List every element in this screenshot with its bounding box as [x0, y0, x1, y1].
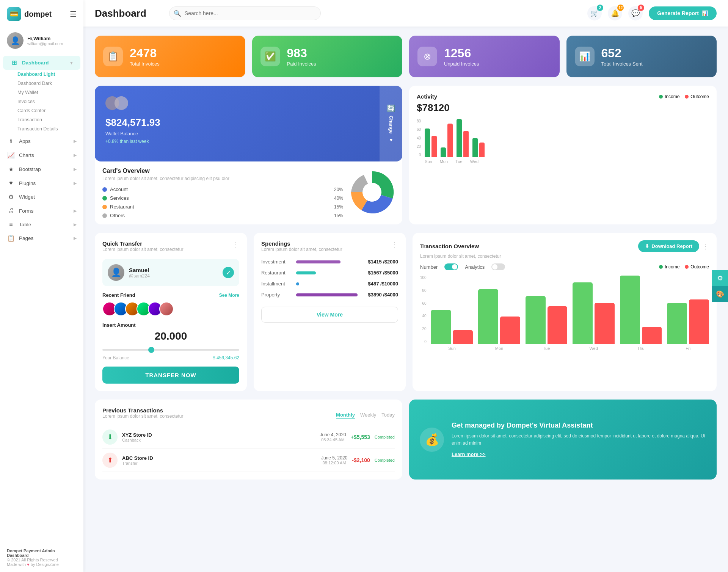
tab-today[interactable]: Today	[381, 412, 395, 419]
recent-label: Recent Friend	[102, 292, 135, 298]
sidebar-item-pages[interactable]: 📋 Pages ▶	[0, 231, 83, 245]
tx-info: XYZ Store ID Cashback	[122, 432, 315, 442]
amount-slider[interactable]	[102, 349, 239, 351]
subnav-my-wallet[interactable]: My Wallet	[0, 88, 83, 97]
user-greeting: Hi,William	[27, 36, 63, 41]
subnav-transaction-details[interactable]: Transaction Details	[0, 124, 83, 133]
number-toggle[interactable]	[444, 263, 458, 270]
virtual-assistant-panel: 💰 Get managed by Dompet's Virtual Assist…	[409, 400, 717, 480]
subnav-transaction[interactable]: Transaction	[0, 115, 83, 124]
chevron-down-icon: ▾	[390, 137, 392, 143]
subnav-cards-center[interactable]: Cards Center	[0, 106, 83, 115]
big-fri-outcome	[689, 299, 709, 344]
sidebar-item-forms[interactable]: 🖨 Forms ▶	[0, 204, 83, 218]
to-outcome-label: Outcome	[690, 264, 709, 270]
pt-title-area: Previous Transactions Lorem ipsum dolor …	[102, 407, 183, 424]
big-bar-sun	[431, 310, 473, 344]
color-float-button[interactable]: 🎨	[712, 286, 728, 302]
subnav-dashboard-dark[interactable]: Dashboard Dark	[0, 79, 83, 88]
change-btn-label: Change	[388, 116, 394, 134]
to-income-label: Income	[665, 264, 679, 270]
generate-report-button[interactable]: Generate Report 📊	[649, 6, 717, 20]
tx-amount-2: -$2,100	[352, 457, 370, 463]
see-more-link[interactable]: See More	[219, 293, 239, 298]
va-desc: Lorem ipsum dolor sit amet, consectetur …	[452, 433, 706, 447]
spending-installment: Installment $487 /$10000	[261, 281, 398, 287]
to-more-button[interactable]: ⋮	[702, 242, 709, 251]
wallet-label: Wallet Balance	[105, 131, 392, 136]
tx-date-area: June 4, 2020 05:34:45 AM	[320, 432, 346, 442]
big-bar-thu	[620, 276, 662, 344]
toggle-row: Number Analytics Income Outcome	[420, 263, 709, 270]
view-more-button[interactable]: View More	[261, 307, 398, 323]
table-row: ⬆ ABC Store ID Transfer June 5, 2020 08:…	[102, 449, 395, 472]
qt-more-button[interactable]: ⋮	[232, 240, 239, 249]
tx-type-2: Transfer	[122, 461, 317, 465]
subnav-invoices[interactable]: Invoices	[0, 97, 83, 106]
avatar-image: 👤	[7, 32, 24, 49]
stat-card-unpaid-invoices: ⊗ 1256 Unpaid Invoices	[409, 36, 560, 77]
bar-tue	[457, 119, 469, 157]
bar-mon	[441, 124, 453, 157]
hi-text: Hi,	[27, 36, 33, 41]
tx-time: 05:34:45 AM	[320, 437, 346, 442]
big-chart-area: 100 80 60 40 20 0	[420, 276, 709, 351]
tab-weekly[interactable]: Weekly	[360, 412, 376, 419]
bar-labels: Sun Mon Tue Wed	[425, 159, 709, 164]
change-button[interactable]: 🔄 Change ▾	[380, 86, 402, 161]
download-label: Download Report	[651, 243, 692, 249]
settings-float-button[interactable]: ⚙	[712, 270, 728, 286]
label-tue: Tue	[455, 159, 463, 164]
qt-header: Quick Transfer Lorem ipsum dolor sit ame…	[102, 240, 239, 257]
friend-6[interactable]	[159, 302, 174, 316]
sidebar-item-table[interactable]: ≡ Table ▶	[0, 218, 83, 231]
cart-button[interactable]: 🛒2	[587, 6, 602, 20]
nav-section-dashboard: ⊞ Dashboard ▼ Dashboard Light Dashboard …	[0, 55, 83, 134]
subnav-dashboard-light[interactable]: Dashboard Light	[0, 70, 83, 79]
legend-account-pct: 20%	[334, 187, 343, 192]
sidebar-item-charts[interactable]: 📈 Charts ▶	[0, 148, 83, 162]
total-invoices-label: Total Invoices	[130, 61, 160, 67]
big-thu-outcome	[642, 327, 662, 344]
header-icons: 🛒2 🔔12 💬5 Generate Report 📊	[587, 6, 717, 20]
big-wed-outcome	[595, 303, 615, 344]
sidebar-item-apps[interactable]: ℹ Apps ▶	[0, 134, 83, 148]
va-title: Get managed by Dompet's Virtual Assistan…	[452, 422, 706, 429]
download-report-button[interactable]: ⬇ Download Report	[638, 240, 699, 252]
sidebar-item-dashboard[interactable]: ⊞ Dashboard ▼	[3, 56, 80, 70]
big-thu-income	[620, 276, 640, 344]
header: Dashboard 🔍 🛒2 🔔12 💬5 Generate Report 📊	[83, 0, 728, 27]
to-legend: Income Outcome	[659, 264, 709, 270]
bar-chart-icon: 📊	[702, 10, 708, 16]
sp-more-button[interactable]: ⋮	[391, 240, 398, 249]
table-arrow-icon: ▶	[74, 222, 77, 227]
tx-info-2: ABC Store ID Transfer	[122, 455, 317, 465]
sidebar-item-widget[interactable]: ⚙ Widget	[0, 190, 83, 204]
sidebar-item-plugins[interactable]: ♥ Plugins ▶	[0, 176, 83, 190]
transfer-now-button[interactable]: TRANSFER NOW	[102, 367, 239, 384]
prev-transactions-panel: Previous Transactions Lorem ipsum dolor …	[95, 400, 402, 480]
activity-card: Activity Income Outcome $78120	[409, 86, 717, 224]
search-input[interactable]	[169, 6, 321, 20]
va-learn-more-link[interactable]: Learn more >>	[452, 451, 486, 457]
property-label: Property	[261, 292, 292, 298]
overview-legend: Account 20% Services 40% Restaurant	[102, 186, 343, 218]
cards-detail: Card's Overview Lorem ipsum dolor sit am…	[95, 161, 402, 224]
recipient-card: 👤 Samuel @sam224 ✓	[102, 259, 239, 286]
sidebar-item-bootstrap[interactable]: ★ Bootstrap ▶	[0, 162, 83, 176]
user-email: william@gmail.com	[27, 41, 63, 46]
tab-monthly[interactable]: Monthly	[336, 412, 355, 419]
chevron-down-icon: ▼	[69, 61, 74, 65]
hamburger-menu[interactable]: ☰	[70, 9, 77, 19]
forms-arrow-icon: ▶	[74, 208, 77, 213]
total-invoices-icon: 📋	[103, 47, 123, 66]
income-dot	[659, 95, 663, 99]
analytics-toggle[interactable]	[491, 263, 505, 270]
tx-date: June 4, 2020	[320, 432, 346, 437]
apps-arrow-icon: ▶	[74, 139, 77, 144]
tue-income-bar	[457, 119, 462, 157]
message-button[interactable]: 💬5	[628, 6, 643, 20]
big-wed-income	[573, 282, 593, 344]
notification-button[interactable]: 🔔12	[608, 6, 622, 20]
search-icon: 🔍	[174, 10, 181, 17]
